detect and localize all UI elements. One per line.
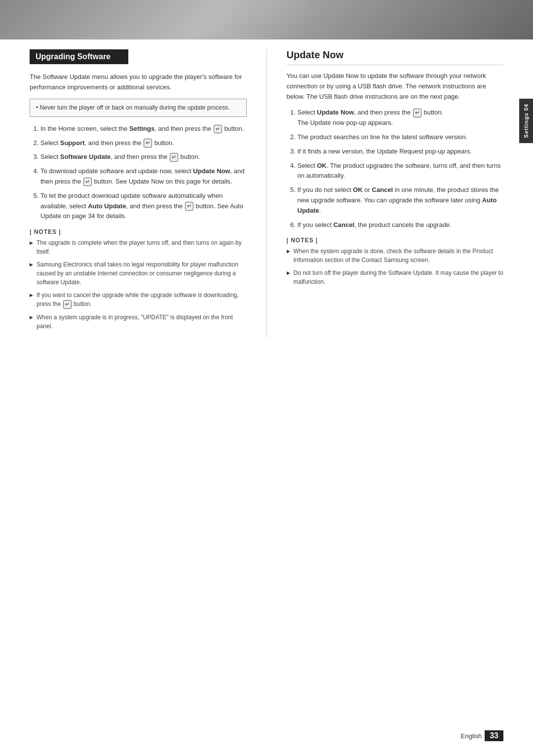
chapter-tab: 04 Settings xyxy=(519,99,533,143)
right-notes-header: | NOTES | xyxy=(287,237,504,244)
left-note-2: Samsung Electronics shall takes no legal… xyxy=(30,260,247,287)
enter-button-icon-2: ↵ xyxy=(144,139,152,147)
right-step-5: If you do not select OK or Cancel in one… xyxy=(298,185,504,216)
left-step-2: Select Support, and then press the ↵ but… xyxy=(40,138,247,149)
enter-button-icon-1: ↵ xyxy=(214,125,222,133)
left-notes-list: The upgrade is complete when the player … xyxy=(30,238,247,331)
top-decorative-bar xyxy=(0,0,533,39)
right-section-title: Update Now xyxy=(287,49,504,65)
left-section-title: Upgrading Software xyxy=(30,49,128,64)
page-footer: English 33 xyxy=(461,730,503,741)
left-note-3: If you want to cancel the upgrade while … xyxy=(30,291,247,309)
left-step-4: To download update software and update n… xyxy=(40,166,247,187)
right-column: Update Now You can use Update Now to upd… xyxy=(266,49,504,338)
enter-button-icon-r1: ↵ xyxy=(413,109,421,117)
enter-button-icon-3: ↵ xyxy=(170,153,178,161)
right-step-3: If it finds a new version, the Update Re… xyxy=(298,147,504,157)
left-intro: The Software Update menu allows you to u… xyxy=(30,72,247,93)
chapter-label: Settings xyxy=(523,113,529,138)
two-column-layout: Upgrading Software The Software Update m… xyxy=(30,49,503,338)
enter-button-icon-5: ↵ xyxy=(185,202,193,210)
right-note-2: Do not turn off the player during the So… xyxy=(287,268,504,286)
note-box-text: Never turn the player off or back on man… xyxy=(36,103,240,113)
right-steps-list: Select Update Now, and then press the ↵ … xyxy=(287,108,504,230)
enter-button-icon-6: ↵ xyxy=(63,300,72,308)
left-steps-list: In the Home screen, select the Settings,… xyxy=(30,124,247,222)
left-notes-header: | NOTES | xyxy=(30,228,247,235)
left-step-3: Select Software Update, and then press t… xyxy=(40,152,247,162)
main-content: Upgrading Software The Software Update m… xyxy=(30,49,503,717)
chapter-number: 04 xyxy=(523,104,529,111)
right-note-1: When the system upgrade is done, check t… xyxy=(287,247,504,265)
left-step-1: In the Home screen, select the Settings,… xyxy=(40,124,247,134)
left-step-5: To let the product download update softw… xyxy=(40,191,247,222)
note-box: Never turn the player off or back on man… xyxy=(30,99,247,117)
right-notes-list: When the system upgrade is done, check t… xyxy=(287,247,504,286)
right-step-4: Select OK. The product upgrades the soft… xyxy=(298,161,504,182)
left-note-4: When a system upgrade is in progress, "U… xyxy=(30,313,247,331)
right-intro: You can use Update Now to update the sof… xyxy=(287,71,504,102)
left-column: Upgrading Software The Software Update m… xyxy=(30,49,247,338)
page-number: 33 xyxy=(485,730,503,741)
language-label: English xyxy=(461,732,482,740)
right-step-6: If you select Cancel, the product cancel… xyxy=(298,220,504,230)
right-step-2: The product searches on line for the lat… xyxy=(298,132,504,143)
right-step-1: Select Update Now, and then press the ↵ … xyxy=(298,108,504,128)
left-note-1: The upgrade is complete when the player … xyxy=(30,238,247,256)
enter-button-icon-4: ↵ xyxy=(83,178,92,186)
